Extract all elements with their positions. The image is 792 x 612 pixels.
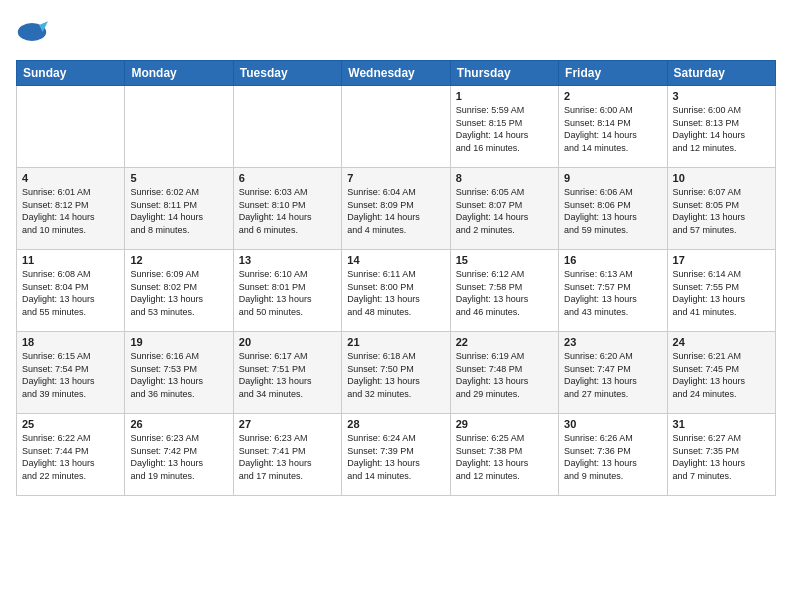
day-cell: 17Sunrise: 6:14 AM Sunset: 7:55 PM Dayli… (667, 250, 775, 332)
day-cell: 10Sunrise: 6:07 AM Sunset: 8:05 PM Dayli… (667, 168, 775, 250)
day-number: 20 (239, 336, 336, 348)
day-cell: 13Sunrise: 6:10 AM Sunset: 8:01 PM Dayli… (233, 250, 341, 332)
day-info: Sunrise: 6:12 AM Sunset: 7:58 PM Dayligh… (456, 268, 553, 318)
day-info: Sunrise: 6:19 AM Sunset: 7:48 PM Dayligh… (456, 350, 553, 400)
day-cell: 23Sunrise: 6:20 AM Sunset: 7:47 PM Dayli… (559, 332, 667, 414)
day-header-monday: Monday (125, 61, 233, 86)
day-number: 15 (456, 254, 553, 266)
day-info: Sunrise: 6:11 AM Sunset: 8:00 PM Dayligh… (347, 268, 444, 318)
day-number: 25 (22, 418, 119, 430)
day-info: Sunrise: 6:01 AM Sunset: 8:12 PM Dayligh… (22, 186, 119, 236)
page-header (16, 16, 776, 48)
day-number: 19 (130, 336, 227, 348)
day-info: Sunrise: 6:13 AM Sunset: 7:57 PM Dayligh… (564, 268, 661, 318)
day-cell: 16Sunrise: 6:13 AM Sunset: 7:57 PM Dayli… (559, 250, 667, 332)
day-number: 22 (456, 336, 553, 348)
day-info: Sunrise: 6:04 AM Sunset: 8:09 PM Dayligh… (347, 186, 444, 236)
day-cell: 12Sunrise: 6:09 AM Sunset: 8:02 PM Dayli… (125, 250, 233, 332)
day-info: Sunrise: 6:23 AM Sunset: 7:42 PM Dayligh… (130, 432, 227, 482)
day-info: Sunrise: 6:06 AM Sunset: 8:06 PM Dayligh… (564, 186, 661, 236)
day-number: 1 (456, 90, 553, 102)
day-cell: 4Sunrise: 6:01 AM Sunset: 8:12 PM Daylig… (17, 168, 125, 250)
day-info: Sunrise: 6:22 AM Sunset: 7:44 PM Dayligh… (22, 432, 119, 482)
day-number: 17 (673, 254, 770, 266)
day-number: 30 (564, 418, 661, 430)
day-cell: 24Sunrise: 6:21 AM Sunset: 7:45 PM Dayli… (667, 332, 775, 414)
day-info: Sunrise: 6:00 AM Sunset: 8:13 PM Dayligh… (673, 104, 770, 154)
day-number: 9 (564, 172, 661, 184)
day-cell: 19Sunrise: 6:16 AM Sunset: 7:53 PM Dayli… (125, 332, 233, 414)
day-cell: 7Sunrise: 6:04 AM Sunset: 8:09 PM Daylig… (342, 168, 450, 250)
day-number: 6 (239, 172, 336, 184)
day-number: 13 (239, 254, 336, 266)
day-header-tuesday: Tuesday (233, 61, 341, 86)
day-info: Sunrise: 6:07 AM Sunset: 8:05 PM Dayligh… (673, 186, 770, 236)
day-number: 5 (130, 172, 227, 184)
day-number: 26 (130, 418, 227, 430)
day-cell: 2Sunrise: 6:00 AM Sunset: 8:14 PM Daylig… (559, 86, 667, 168)
day-number: 3 (673, 90, 770, 102)
day-cell: 30Sunrise: 6:26 AM Sunset: 7:36 PM Dayli… (559, 414, 667, 496)
day-number: 4 (22, 172, 119, 184)
day-info: Sunrise: 6:23 AM Sunset: 7:41 PM Dayligh… (239, 432, 336, 482)
day-info: Sunrise: 6:15 AM Sunset: 7:54 PM Dayligh… (22, 350, 119, 400)
day-number: 11 (22, 254, 119, 266)
day-info: Sunrise: 6:05 AM Sunset: 8:07 PM Dayligh… (456, 186, 553, 236)
day-number: 16 (564, 254, 661, 266)
week-row-3: 11Sunrise: 6:08 AM Sunset: 8:04 PM Dayli… (17, 250, 776, 332)
day-cell (17, 86, 125, 168)
day-info: Sunrise: 6:09 AM Sunset: 8:02 PM Dayligh… (130, 268, 227, 318)
day-info: Sunrise: 6:02 AM Sunset: 8:11 PM Dayligh… (130, 186, 227, 236)
day-cell: 29Sunrise: 6:25 AM Sunset: 7:38 PM Dayli… (450, 414, 558, 496)
day-info: Sunrise: 6:10 AM Sunset: 8:01 PM Dayligh… (239, 268, 336, 318)
day-number: 2 (564, 90, 661, 102)
day-number: 12 (130, 254, 227, 266)
day-info: Sunrise: 6:00 AM Sunset: 8:14 PM Dayligh… (564, 104, 661, 154)
day-cell: 8Sunrise: 6:05 AM Sunset: 8:07 PM Daylig… (450, 168, 558, 250)
day-cell: 28Sunrise: 6:24 AM Sunset: 7:39 PM Dayli… (342, 414, 450, 496)
day-cell: 27Sunrise: 6:23 AM Sunset: 7:41 PM Dayli… (233, 414, 341, 496)
day-cell: 26Sunrise: 6:23 AM Sunset: 7:42 PM Dayli… (125, 414, 233, 496)
day-number: 10 (673, 172, 770, 184)
day-cell: 5Sunrise: 6:02 AM Sunset: 8:11 PM Daylig… (125, 168, 233, 250)
day-info: Sunrise: 6:26 AM Sunset: 7:36 PM Dayligh… (564, 432, 661, 482)
day-number: 8 (456, 172, 553, 184)
day-number: 31 (673, 418, 770, 430)
day-cell: 18Sunrise: 6:15 AM Sunset: 7:54 PM Dayli… (17, 332, 125, 414)
day-number: 18 (22, 336, 119, 348)
day-info: Sunrise: 6:16 AM Sunset: 7:53 PM Dayligh… (130, 350, 227, 400)
day-header-thursday: Thursday (450, 61, 558, 86)
day-number: 23 (564, 336, 661, 348)
day-info: Sunrise: 5:59 AM Sunset: 8:15 PM Dayligh… (456, 104, 553, 154)
day-cell: 22Sunrise: 6:19 AM Sunset: 7:48 PM Dayli… (450, 332, 558, 414)
day-number: 27 (239, 418, 336, 430)
week-row-1: 1Sunrise: 5:59 AM Sunset: 8:15 PM Daylig… (17, 86, 776, 168)
header-row: SundayMondayTuesdayWednesdayThursdayFrid… (17, 61, 776, 86)
calendar-table: SundayMondayTuesdayWednesdayThursdayFrid… (16, 60, 776, 496)
day-cell (233, 86, 341, 168)
day-cell (125, 86, 233, 168)
day-info: Sunrise: 6:08 AM Sunset: 8:04 PM Dayligh… (22, 268, 119, 318)
logo-icon (16, 16, 48, 48)
logo (16, 16, 52, 48)
day-cell: 14Sunrise: 6:11 AM Sunset: 8:00 PM Dayli… (342, 250, 450, 332)
day-header-saturday: Saturday (667, 61, 775, 86)
day-cell: 21Sunrise: 6:18 AM Sunset: 7:50 PM Dayli… (342, 332, 450, 414)
day-number: 24 (673, 336, 770, 348)
day-cell: 11Sunrise: 6:08 AM Sunset: 8:04 PM Dayli… (17, 250, 125, 332)
day-cell: 25Sunrise: 6:22 AM Sunset: 7:44 PM Dayli… (17, 414, 125, 496)
day-number: 7 (347, 172, 444, 184)
day-info: Sunrise: 6:17 AM Sunset: 7:51 PM Dayligh… (239, 350, 336, 400)
week-row-2: 4Sunrise: 6:01 AM Sunset: 8:12 PM Daylig… (17, 168, 776, 250)
day-header-wednesday: Wednesday (342, 61, 450, 86)
day-cell: 3Sunrise: 6:00 AM Sunset: 8:13 PM Daylig… (667, 86, 775, 168)
week-row-4: 18Sunrise: 6:15 AM Sunset: 7:54 PM Dayli… (17, 332, 776, 414)
day-info: Sunrise: 6:24 AM Sunset: 7:39 PM Dayligh… (347, 432, 444, 482)
day-number: 14 (347, 254, 444, 266)
day-info: Sunrise: 6:27 AM Sunset: 7:35 PM Dayligh… (673, 432, 770, 482)
day-info: Sunrise: 6:21 AM Sunset: 7:45 PM Dayligh… (673, 350, 770, 400)
day-header-friday: Friday (559, 61, 667, 86)
day-header-sunday: Sunday (17, 61, 125, 86)
day-info: Sunrise: 6:14 AM Sunset: 7:55 PM Dayligh… (673, 268, 770, 318)
week-row-5: 25Sunrise: 6:22 AM Sunset: 7:44 PM Dayli… (17, 414, 776, 496)
